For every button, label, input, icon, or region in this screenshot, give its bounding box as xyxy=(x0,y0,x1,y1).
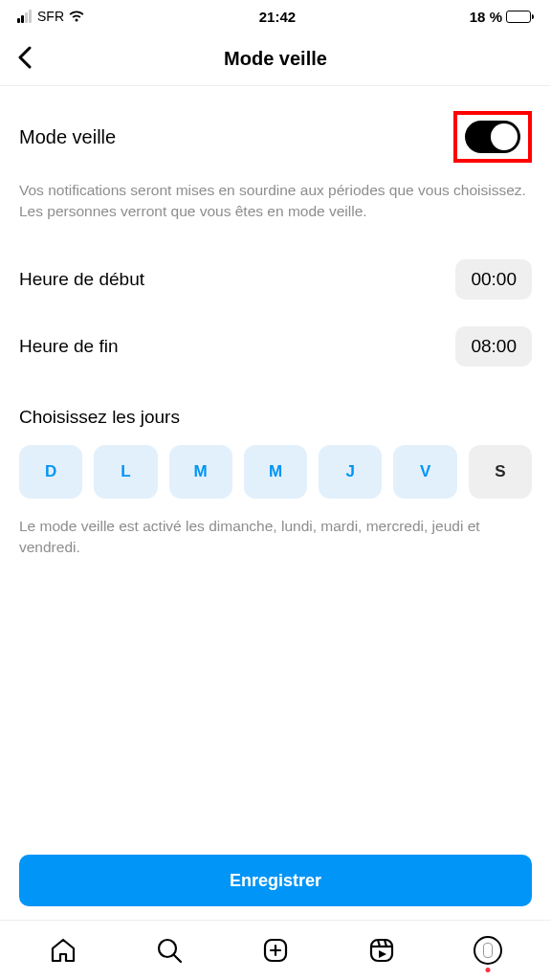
back-button[interactable] xyxy=(11,40,38,78)
status-right: 18 % xyxy=(470,9,534,25)
battery-icon xyxy=(506,11,534,23)
save-button[interactable]: Enregistrer xyxy=(19,855,532,906)
start-time-picker[interactable]: 00:00 xyxy=(455,259,532,300)
save-wrap: Enregistrer xyxy=(0,855,551,920)
chevron-left-icon xyxy=(17,46,33,69)
quiet-mode-toggle[interactable] xyxy=(465,121,520,153)
end-time-label: Heure de fin xyxy=(19,336,119,357)
tabbar xyxy=(0,921,551,980)
signal-icon xyxy=(17,10,32,23)
svg-line-1 xyxy=(174,955,181,962)
quiet-mode-toggle-row: Mode veille xyxy=(19,86,532,180)
battery-pct: 18 % xyxy=(470,9,502,25)
day-chip-saturday[interactable]: S xyxy=(469,445,532,499)
notification-dot xyxy=(486,968,491,972)
quiet-mode-label: Mode veille xyxy=(19,126,116,148)
home-icon xyxy=(49,936,77,965)
reels-icon xyxy=(367,936,396,965)
tab-profile[interactable] xyxy=(468,930,508,970)
tab-create[interactable] xyxy=(255,930,296,970)
tab-search[interactable] xyxy=(149,930,189,970)
status-bar: SFR 21:42 18 % xyxy=(0,0,551,33)
wifi-icon xyxy=(68,10,85,23)
day-chip-monday[interactable]: L xyxy=(94,445,157,499)
tab-reels[interactable] xyxy=(362,930,402,970)
start-time-row: Heure de début 00:00 xyxy=(19,246,532,313)
plus-square-icon xyxy=(261,936,290,965)
day-chip-thursday[interactable]: J xyxy=(319,445,382,499)
toggle-knob xyxy=(491,123,518,150)
profile-avatar-icon xyxy=(474,936,502,965)
page-title: Mode veille xyxy=(224,48,327,70)
search-icon xyxy=(155,936,184,965)
days-note: Le mode veille est activé les dimanche, … xyxy=(19,499,532,576)
days-row: D L M M J V S xyxy=(19,445,532,499)
day-chip-friday[interactable]: V xyxy=(393,445,456,499)
start-time-label: Heure de début xyxy=(19,269,144,290)
tab-home[interactable] xyxy=(43,930,83,970)
day-chip-sunday[interactable]: D xyxy=(19,445,82,499)
quiet-mode-description: Vos notifications seront mises en sourdi… xyxy=(19,180,532,246)
end-time-picker[interactable]: 08:00 xyxy=(455,326,532,367)
day-chip-tuesday[interactable]: M xyxy=(169,445,232,499)
day-chip-wednesday[interactable]: M xyxy=(244,445,307,499)
status-left: SFR xyxy=(17,9,85,24)
carrier-label: SFR xyxy=(37,9,64,24)
svg-rect-5 xyxy=(371,940,392,961)
page-header: Mode veille xyxy=(0,33,551,86)
status-time: 21:42 xyxy=(259,9,296,25)
main-content: Mode veille Vos notifications seront mis… xyxy=(0,86,551,855)
days-section-title: Choisissez les jours xyxy=(19,380,532,445)
highlight-annotation xyxy=(453,111,532,163)
end-time-row: Heure de fin 08:00 xyxy=(19,313,532,380)
